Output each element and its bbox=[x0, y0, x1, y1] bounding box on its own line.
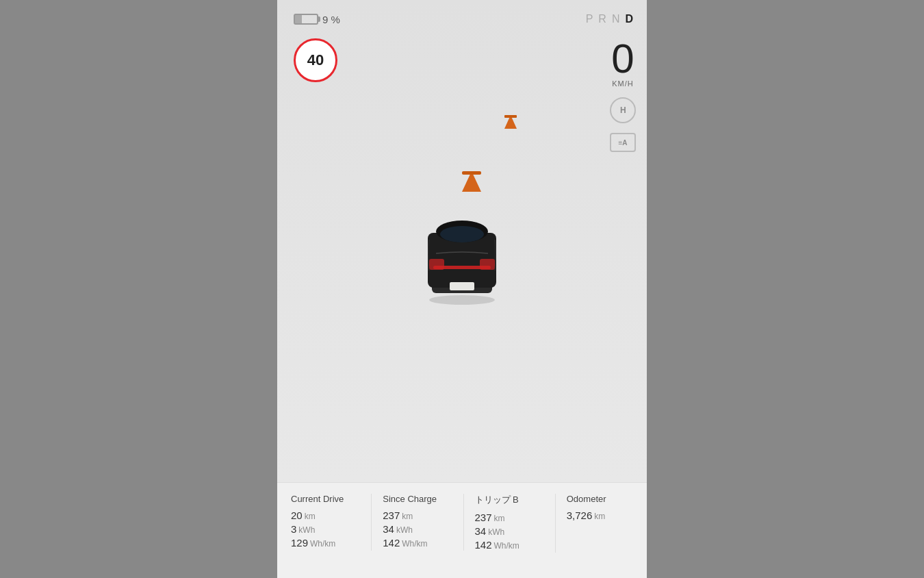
stat-unit: kWh bbox=[298, 525, 315, 535]
stat-unit: km bbox=[305, 512, 316, 521]
headlight-auto-icon[interactable]: ≡A bbox=[610, 133, 636, 152]
gear-selector[interactable]: P R N D bbox=[586, 13, 633, 25]
stat-value: 142 bbox=[475, 539, 492, 551]
stat-value: 34 bbox=[383, 523, 394, 535]
svg-rect-8 bbox=[450, 282, 474, 290]
stat-since-charge: Since Charge 237 km 34 kWh 142 Wh/km bbox=[372, 494, 463, 551]
speed-unit: KM/H bbox=[612, 79, 634, 88]
stat-value: 20 bbox=[291, 510, 303, 521]
gear-P[interactable]: P bbox=[586, 13, 593, 25]
stat-value: 3,726 bbox=[567, 510, 593, 521]
screen: 9 % P R N D 40 0 KM/H H ≡A bbox=[277, 0, 647, 578]
stat-trip-b: トリップ B 237 km 34 kWh 142 Wh/km bbox=[464, 494, 556, 553]
stat-value: 237 bbox=[383, 510, 400, 521]
stat-title-since-charge: Since Charge bbox=[383, 494, 457, 504]
battery-icon bbox=[294, 14, 318, 25]
svg-rect-6 bbox=[429, 259, 444, 270]
stat-title-trip-b: トリップ B bbox=[475, 494, 550, 506]
stat-unit: Wh/km bbox=[494, 541, 519, 551]
battery-percent: 9 % bbox=[322, 14, 340, 25]
stat-unit: kWh bbox=[488, 527, 504, 537]
stat-unit: kWh bbox=[396, 525, 413, 535]
speed-limit-sign: 40 bbox=[294, 38, 337, 82]
stats-bar: Current Drive 20 km 3 kWh 129 Wh/km Sinc… bbox=[277, 482, 647, 578]
right-panel: 0 KM/H H ≡A bbox=[610, 38, 636, 152]
gear-D[interactable]: D bbox=[625, 13, 633, 25]
stat-value: 3 bbox=[291, 523, 296, 535]
car-visualization bbox=[421, 199, 503, 307]
stat-title-odometer: Odometer bbox=[567, 494, 641, 504]
speed-value: 0 bbox=[611, 38, 634, 79]
speed-limit-value: 40 bbox=[307, 51, 324, 69]
stat-current-drive-km: 20 km bbox=[291, 510, 365, 521]
svg-rect-7 bbox=[480, 259, 495, 270]
speed-display: 0 KM/H bbox=[611, 38, 634, 88]
stat-unit: km bbox=[594, 512, 605, 521]
stat-title-current-drive: Current Drive bbox=[291, 494, 365, 504]
svg-point-4 bbox=[440, 226, 484, 242]
stat-value: 129 bbox=[291, 537, 308, 549]
gear-R[interactable]: R bbox=[598, 13, 606, 25]
hold-icon[interactable]: H bbox=[610, 97, 636, 123]
stat-value: 34 bbox=[475, 525, 487, 537]
gear-N[interactable]: N bbox=[612, 13, 620, 25]
top-bar: 9 % P R N D bbox=[277, 7, 647, 32]
stat-current-drive: Current Drive 20 km 3 kWh 129 Wh/km bbox=[277, 494, 372, 551]
stat-odometer: Odometer 3,726 km bbox=[556, 494, 647, 523]
stat-value: 237 bbox=[475, 512, 492, 523]
stat-unit: km bbox=[494, 514, 505, 523]
stat-unit: Wh/km bbox=[402, 539, 427, 549]
svg-point-0 bbox=[429, 295, 495, 305]
stat-unit: Wh/km bbox=[310, 539, 335, 549]
battery-indicator: 9 % bbox=[294, 14, 340, 25]
stat-value: 142 bbox=[383, 537, 400, 549]
stat-unit: km bbox=[402, 512, 413, 521]
